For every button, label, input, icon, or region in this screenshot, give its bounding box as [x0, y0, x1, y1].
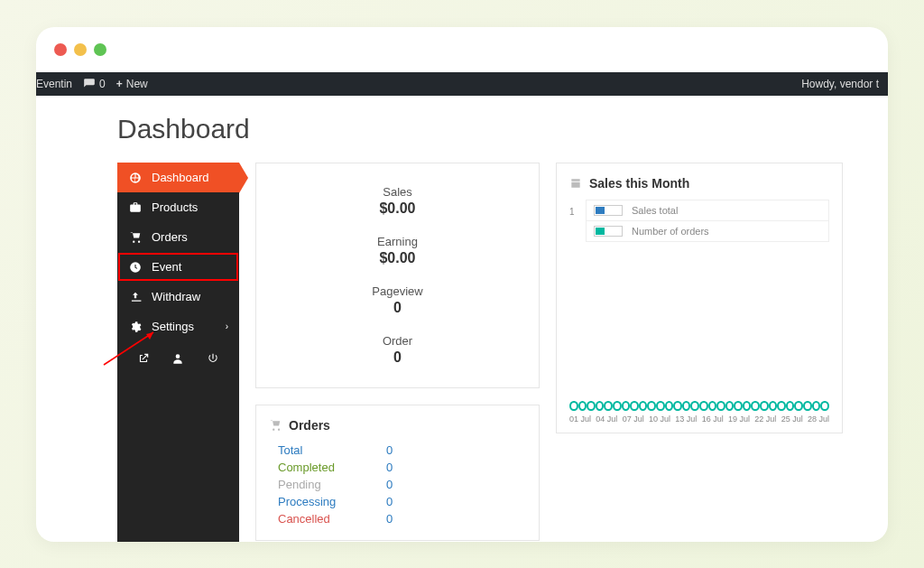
sidebar-item-label: Orders	[152, 230, 188, 244]
stat-value: 0	[269, 300, 526, 316]
calendar-icon	[569, 177, 582, 190]
app-window: Eventin 0 + New Howdy, vendor t Dashboar…	[36, 27, 888, 542]
chart-title: Sales this Month	[589, 176, 689, 191]
order-value: 0	[386, 443, 393, 457]
sidebar-item-label: Products	[152, 200, 198, 214]
stat-order: Order 0	[269, 325, 526, 375]
x-tick: 16 Jul	[702, 414, 724, 424]
content-area: Dashboard Dashboard Products	[36, 96, 888, 542]
chart-point	[734, 401, 743, 411]
sidebar-item-withdraw[interactable]: Withdraw	[117, 282, 239, 312]
chart-y-tick: 1	[569, 207, 575, 217]
legend-label: Sales total	[632, 205, 678, 216]
chart-point	[639, 401, 648, 411]
sidebar-item-event[interactable]: Event	[117, 252, 239, 282]
chart-point	[604, 401, 613, 411]
stat-value: $0.00	[269, 200, 526, 217]
x-tick: 04 Jul	[596, 414, 617, 424]
legend-number-orders[interactable]: Number of orders	[587, 221, 828, 241]
power-icon[interactable]	[207, 352, 219, 368]
x-tick: 07 Jul	[623, 414, 644, 424]
chart-x-axis: 01 Jul04 Jul07 Jul10 Jul13 Jul16 Jul19 J…	[569, 414, 829, 424]
user-icon[interactable]	[171, 352, 184, 368]
chart-point	[743, 401, 752, 411]
sidebar-item-label: Settings	[152, 320, 194, 333]
stat-label: Earning	[269, 235, 526, 248]
x-tick: 01 Jul	[569, 414, 591, 424]
plus-icon: +	[116, 78, 123, 90]
sidebar-item-orders[interactable]: Orders	[117, 222, 239, 252]
site-name[interactable]: Eventin	[36, 78, 72, 90]
chart-points	[569, 401, 829, 411]
stat-pageview: Pageview 0	[269, 275, 526, 325]
chart-point	[777, 401, 786, 411]
legend-label: Number of orders	[632, 226, 709, 237]
order-value: 0	[386, 495, 393, 508]
upload-icon	[128, 291, 143, 303]
gear-icon	[128, 321, 143, 333]
order-label: Completed	[278, 461, 350, 474]
cart-icon	[269, 419, 282, 432]
x-tick: 10 Jul	[649, 414, 670, 424]
comment-icon	[83, 78, 96, 90]
x-tick: 19 Jul	[728, 414, 750, 424]
sidebar-item-label: Event	[152, 260, 181, 274]
new-content-link[interactable]: + New	[116, 78, 148, 90]
cart-icon	[128, 231, 143, 244]
chart-area: 01 Jul04 Jul07 Jul10 Jul13 Jul16 Jul19 J…	[569, 401, 829, 424]
comments-count: 0	[99, 78, 106, 90]
briefcase-icon	[128, 201, 143, 214]
order-value: 0	[386, 512, 393, 526]
window-zoom-dot[interactable]	[94, 43, 106, 56]
order-row-pending[interactable]: Pending 0	[278, 476, 526, 493]
stat-label: Pageview	[269, 284, 526, 298]
order-row-total[interactable]: Total 0	[278, 442, 526, 459]
order-label: Processing	[278, 495, 350, 508]
sidebar-item-label: Dashboard	[152, 171, 209, 184]
comments-link[interactable]: 0	[83, 78, 106, 90]
stat-value: 0	[269, 349, 526, 366]
chart-point	[716, 401, 725, 411]
external-link-icon[interactable]	[137, 352, 150, 368]
sidebar-item-settings[interactable]: Settings ›	[117, 312, 239, 341]
sidebar-item-dashboard[interactable]: Dashboard	[117, 163, 239, 192]
x-tick: 22 Jul	[754, 414, 776, 424]
chart-point	[820, 401, 829, 411]
chevron-right-icon: ›	[226, 321, 228, 331]
chart-point	[708, 401, 717, 411]
window-minimize-dot[interactable]	[74, 43, 87, 56]
chart-point	[647, 401, 656, 411]
chart-point	[769, 401, 778, 411]
chart-point	[596, 401, 605, 411]
stat-sales: Sales $0.00	[269, 176, 526, 226]
chart-point	[760, 401, 769, 411]
chart-point	[622, 401, 631, 411]
chart-point	[786, 401, 795, 411]
order-row-cancelled[interactable]: Cancelled 0	[278, 510, 526, 527]
order-row-processing[interactable]: Processing 0	[278, 493, 526, 510]
chart-point	[656, 401, 665, 411]
chart-header: Sales this Month	[569, 176, 829, 191]
stat-value: $0.00	[269, 250, 526, 266]
x-tick: 13 Jul	[675, 414, 697, 424]
order-value: 0	[386, 461, 393, 474]
stat-label: Order	[269, 334, 526, 348]
sidebar: Dashboard Products Orders	[117, 163, 239, 542]
chart-point	[794, 401, 803, 411]
chart-point	[613, 401, 622, 411]
window-close-dot[interactable]	[54, 43, 67, 56]
order-row-completed[interactable]: Completed 0	[278, 459, 526, 476]
stat-earning: Earning $0.00	[269, 226, 526, 275]
chart-point	[587, 401, 596, 411]
sidebar-item-products[interactable]: Products	[117, 192, 239, 222]
greeting[interactable]: Howdy, vendor t	[801, 78, 879, 90]
chart-point	[682, 401, 691, 411]
chart-point	[812, 401, 821, 411]
legend-sales-total[interactable]: Sales total	[587, 200, 828, 221]
sales-chart-card: Sales this Month 1 Sales total Number of…	[556, 163, 843, 433]
chart-point	[690, 401, 699, 411]
sidebar-item-label: Withdraw	[152, 290, 200, 303]
chart-point	[725, 401, 735, 411]
wp-admin-bar: Eventin 0 + New Howdy, vendor t	[36, 72, 888, 96]
order-label: Total	[278, 443, 350, 457]
